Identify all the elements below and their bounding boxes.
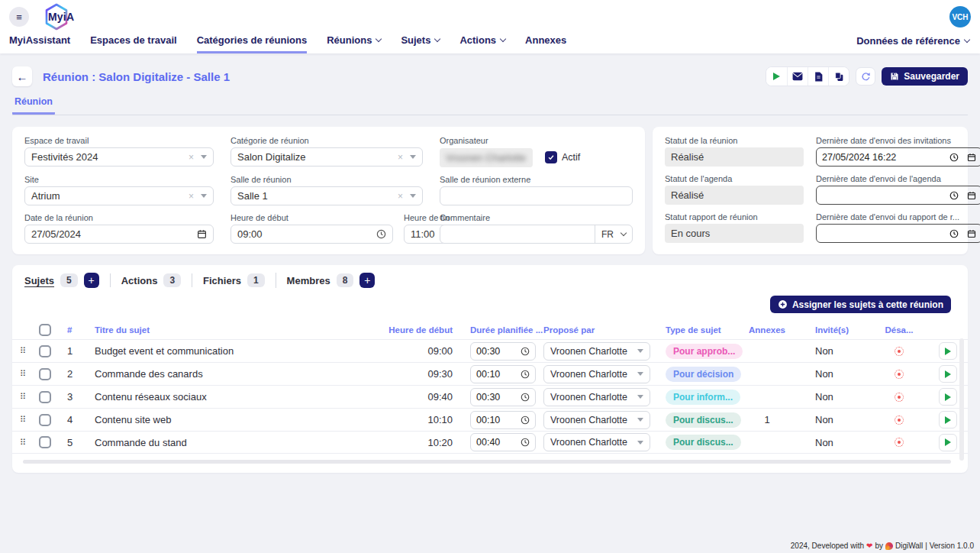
clock-icon[interactable] [521,416,530,425]
deactivate-icon[interactable] [895,416,904,425]
duration-input[interactable] [476,346,507,357]
horizontal-scrollbar[interactable] [23,460,951,464]
header-start[interactable]: Heure de début [365,325,470,335]
invitations-date-input[interactable] [822,152,945,163]
header-title[interactable]: Titre du sujet [87,325,365,335]
calendar-icon[interactable] [967,153,976,162]
assign-subjects-button[interactable]: Assigner les sujets à cette réunion [770,296,951,313]
header-duration[interactable]: Durée planifiée ... [470,325,543,335]
row-play-button[interactable] [939,365,957,383]
section-tab[interactable]: Fichiers 1 [192,273,265,287]
row-checkbox[interactable] [39,414,51,426]
header-num[interactable]: # [56,325,87,335]
row-checkbox[interactable] [39,345,51,357]
send-email-button[interactable] [787,67,808,86]
clock-icon[interactable] [521,347,530,356]
drag-handle-icon[interactable]: ⠿ [20,346,26,356]
section-tab-label[interactable]: Actions [121,275,158,286]
duration-input[interactable] [476,392,507,403]
clear-icon[interactable]: × [189,191,194,202]
nav-item[interactable]: MyiAssistant [9,31,70,53]
duration-input[interactable] [476,437,507,448]
deactivate-icon[interactable] [895,347,904,356]
section-tab[interactable]: Membres 8 + [276,273,376,288]
proposed-by-select[interactable]: Vroonen Charlotte [543,433,650,451]
deactivate-icon[interactable] [895,393,904,402]
section-tab[interactable]: Actions 3 [110,273,181,287]
row-play-button[interactable] [939,434,957,451]
clear-icon[interactable]: × [189,152,194,163]
nav-item[interactable]: Actions [459,31,505,53]
back-button[interactable]: ← [12,66,32,86]
drag-handle-icon[interactable]: ⠿ [20,369,26,379]
app-logo[interactable]: MyiA [41,2,72,31]
header-disable[interactable]: Désa... [870,325,928,335]
category-select[interactable]: Salon Digitalize × [230,147,423,167]
avatar[interactable]: VCH [949,6,971,27]
comment-language-select[interactable]: FR [595,225,632,243]
clock-icon[interactable] [521,393,530,402]
header-type[interactable]: Type de sujet [658,325,731,335]
save-button[interactable]: Sauvegarder [882,67,968,86]
row-checkbox[interactable] [39,391,51,403]
calendar-icon[interactable] [967,191,976,200]
comment-input[interactable] [446,228,588,240]
start-time-input[interactable] [237,228,372,240]
header-annexes[interactable]: Annexes [731,325,803,335]
vertical-scrollbar[interactable] [959,338,964,461]
section-tab-label[interactable]: Sujets [24,275,54,286]
clock-icon[interactable] [376,229,386,239]
deactivate-icon[interactable] [895,370,904,379]
clear-icon[interactable]: × [398,191,403,202]
section-tab-label[interactable]: Membres [287,275,330,286]
row-play-button[interactable] [939,342,957,360]
reference-data-menu[interactable]: Données de référence [856,31,969,53]
hamburger-menu-button[interactable]: ≡ [9,7,29,27]
nav-item[interactable]: Sujets [401,31,440,53]
workspace-select[interactable]: Festivités 2024 × [24,147,214,167]
start-meeting-button[interactable] [766,67,787,86]
row-play-button[interactable] [939,411,957,428]
row-play-button[interactable] [939,388,957,406]
nav-item[interactable]: Espaces de travail [90,31,176,53]
deactivate-icon[interactable] [895,438,904,447]
refresh-button[interactable] [856,67,875,86]
duration-input[interactable] [476,369,507,380]
proposed-by-select[interactable]: Vroonen Charlotte [543,342,650,361]
header-invites[interactable]: Invité(s) [803,325,870,335]
row-checkbox[interactable] [39,436,51,448]
site-select[interactable]: Atrium × [24,186,214,205]
report-date-input[interactable] [822,228,945,239]
clear-icon[interactable]: × [398,152,403,163]
nav-item[interactable]: Annexes [525,31,566,53]
nav-item[interactable]: Réunions [327,31,381,53]
copy-button[interactable] [828,67,849,86]
section-tab[interactable]: Sujets 5 + [24,273,99,288]
drag-handle-icon[interactable]: ⠿ [20,438,26,448]
calendar-icon[interactable] [967,229,976,238]
clock-icon[interactable] [949,191,959,200]
proposed-by-select[interactable]: Vroonen Charlotte [543,388,650,406]
calendar-icon[interactable] [197,229,207,239]
drag-handle-icon[interactable]: ⠿ [20,415,26,425]
add-button[interactable]: + [84,273,99,288]
report-document-button[interactable] [808,67,828,86]
add-button[interactable]: + [359,273,375,288]
drag-handle-icon[interactable]: ⠿ [20,392,26,402]
duration-input[interactable] [476,415,507,425]
clock-icon[interactable] [521,370,530,379]
active-checkbox[interactable]: Actif [545,147,580,167]
row-checkbox[interactable] [39,368,51,380]
nav-item[interactable]: Catégories de réunions [197,31,307,53]
agenda-date-input[interactable] [822,190,945,201]
meeting-date-input[interactable] [31,228,192,240]
tab-reunion[interactable]: Réunion [12,96,55,115]
section-tab-label[interactable]: Fichiers [203,275,241,286]
proposed-by-select[interactable]: Vroonen Charlotte [543,411,650,429]
header-proposed[interactable]: Proposé par [543,325,658,335]
clock-icon[interactable] [949,229,959,238]
clock-icon[interactable] [949,153,959,162]
select-all-checkbox[interactable] [39,324,51,336]
external-room-input[interactable] [446,190,626,202]
room-select[interactable]: Salle 1 × [230,186,423,205]
